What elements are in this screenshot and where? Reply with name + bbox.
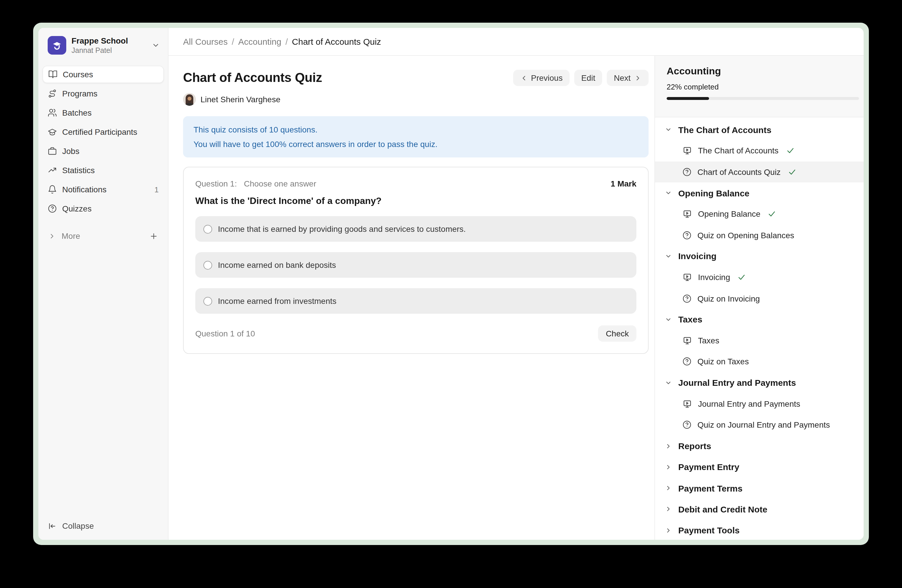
outline-section-invoicing[interactable]: Invoicing — [655, 246, 864, 267]
previous-button[interactable]: Previous — [513, 70, 570, 86]
outline-item-label: Chart of Accounts Quiz — [697, 167, 780, 176]
sidebar-item-certified-participants[interactable]: Certified Participants — [42, 124, 164, 141]
answer-option-label: Income earned on bank deposits — [218, 260, 336, 270]
outline-item-label: Taxes — [698, 336, 719, 345]
outline-item-label: Invoicing — [698, 272, 730, 282]
outline-section-title: Reports — [678, 441, 711, 451]
help-circle-icon — [682, 230, 692, 240]
outline-section-opening-balance[interactable]: Opening Balance — [655, 183, 864, 204]
banner-line-2: You will have to get 100% correct answer… — [194, 137, 638, 151]
answer-option-2[interactable]: Income earned on bank deposits — [195, 252, 636, 278]
chevron-right-icon — [665, 485, 672, 491]
workspace-info: Frappe School Jannat Patel — [72, 36, 128, 55]
outline-quiz-on-opening-balances[interactable]: Quiz on Opening Balances — [655, 225, 864, 246]
previous-button-label: Previous — [531, 73, 562, 83]
workspace-switcher[interactable]: Frappe School Jannat Patel — [38, 28, 168, 61]
outline-quiz-on-journal-entry-and-payments[interactable]: Quiz on Journal Entry and Payments — [655, 414, 864, 435]
main-column: All Courses / Accounting / Chart of Acco… — [169, 28, 864, 540]
briefcase-icon — [48, 147, 57, 156]
app-window: Frappe School Jannat Patel Courses — [33, 23, 869, 545]
outline-item-label: Quiz on Journal Entry and Payments — [697, 421, 830, 430]
check-icon — [786, 147, 794, 155]
outline-section-taxes[interactable]: Taxes — [655, 309, 864, 330]
radio-button[interactable] — [204, 297, 212, 305]
outline-section-debit-and-credit-note[interactable]: Debit and Credit Note — [655, 499, 864, 520]
question-label: Question 1: — [195, 179, 237, 188]
chevron-left-icon — [520, 74, 528, 81]
outline-section-journal-entry-and-payments[interactable]: Journal Entry and Payments — [655, 372, 864, 393]
outline-item-label: Quiz on Taxes — [697, 357, 749, 366]
left-sidebar: Frappe School Jannat Patel Courses — [38, 28, 169, 540]
outline-section-payment-entry[interactable]: Payment Entry — [655, 457, 864, 478]
outline-lesson-invoicing[interactable]: Invoicing — [655, 267, 864, 288]
answer-option-label: Income that is earned by providing goods… — [218, 224, 466, 234]
plus-icon[interactable] — [149, 232, 158, 241]
radio-button[interactable] — [204, 225, 212, 233]
outline-lesson-opening-balance[interactable]: Opening Balance — [655, 203, 864, 225]
question-text: What is the 'Direct Income' of a company… — [195, 196, 636, 206]
radio-button[interactable] — [204, 261, 212, 269]
outline-lesson-the-chart-of-accounts[interactable]: The Chart of Accounts — [655, 140, 864, 161]
help-circle-icon — [682, 421, 692, 430]
edit-button[interactable]: Edit — [574, 70, 602, 86]
outline-quiz-on-invoicing[interactable]: Quiz on Invoicing — [655, 288, 864, 309]
sidebar-item-label: Jobs — [62, 147, 79, 156]
edit-button-label: Edit — [581, 73, 595, 83]
breadcrumb: All Courses / Accounting / Chart of Acco… — [169, 28, 864, 56]
outline-section-title: The Chart of Accounts — [678, 125, 772, 134]
outline-section-chart-of-accounts[interactable]: The Chart of Accounts — [655, 119, 864, 140]
outline-item-label: The Chart of Accounts — [698, 146, 778, 155]
breadcrumb-accounting[interactable]: Accounting — [238, 37, 281, 47]
help-circle-icon — [682, 357, 692, 366]
chevron-down-icon — [665, 189, 672, 196]
sidebar-item-quizzes[interactable]: Quizzes — [42, 200, 164, 217]
outline-lesson-taxes[interactable]: Taxes — [655, 330, 864, 351]
sidebar-nav: Courses Programs Batches — [38, 61, 168, 219]
title-row: Chart of Accounts Quiz Previous Edit — [183, 70, 648, 86]
monitor-play-icon — [682, 399, 692, 409]
sidebar-collapse-label: Collapse — [62, 521, 94, 530]
workspace-name: Frappe School — [72, 36, 128, 45]
check-button[interactable]: Check — [598, 325, 636, 342]
next-button[interactable]: Next — [607, 70, 648, 86]
outline-section-title: Debit and Credit Note — [678, 504, 767, 514]
sidebar-item-batches[interactable]: Batches — [42, 104, 164, 122]
sidebar-more-label: More — [62, 231, 80, 241]
outline-section-title: Payment Entry — [678, 462, 739, 472]
question-marks: 1 Mark — [611, 179, 636, 188]
outline-section-reports[interactable]: Reports — [655, 435, 864, 457]
outline-section-payment-terms[interactable]: Payment Terms — [655, 478, 864, 499]
frappe-school-logo — [48, 36, 66, 55]
outline-quiz-chart-of-accounts-quiz[interactable]: Chart of Accounts Quiz — [655, 161, 864, 183]
quiz-info-banner: This quiz consists of 10 questions. You … — [183, 116, 648, 158]
sidebar-item-jobs[interactable]: Jobs — [42, 142, 164, 160]
sidebar-collapse-button[interactable]: Collapse — [38, 513, 168, 540]
chevron-right-icon — [665, 506, 672, 513]
chevron-right-icon — [665, 464, 672, 471]
sidebar-item-notifications[interactable]: Notifications 1 — [42, 181, 164, 199]
answer-option-3[interactable]: Income earned from investments — [195, 288, 636, 314]
users-icon — [48, 108, 57, 118]
notifications-count-badge: 1 — [155, 185, 159, 194]
banner-line-1: This quiz consists of 10 questions. — [194, 123, 638, 137]
breadcrumb-separator: / — [232, 37, 234, 47]
breadcrumb-all-courses[interactable]: All Courses — [183, 37, 227, 47]
sidebar-more-toggle[interactable]: More — [38, 227, 168, 245]
outline-lesson-journal-entry-and-payments[interactable]: Journal Entry and Payments — [655, 393, 864, 414]
sidebar-item-programs[interactable]: Programs — [42, 85, 164, 103]
sidebar-item-courses[interactable]: Courses — [42, 66, 164, 83]
question-card: Question 1: Choose one answer 1 Mark Wha… — [183, 167, 648, 354]
quiz-toolbar: Previous Edit Next — [513, 70, 648, 86]
help-circle-icon — [682, 167, 692, 176]
sidebar-item-label: Courses — [63, 70, 93, 79]
chevron-right-icon — [665, 527, 672, 534]
outline-quiz-on-taxes[interactable]: Quiz on Taxes — [655, 351, 864, 372]
course-progress-bar — [667, 97, 859, 100]
sidebar-item-statistics[interactable]: Statistics — [42, 162, 164, 179]
body-row: Chart of Accounts Quiz Previous Edit — [169, 56, 864, 540]
answer-option-1[interactable]: Income that is earned by providing goods… — [195, 216, 636, 242]
outline-section-title: Opening Balance — [678, 188, 749, 198]
question-footer: Question 1 of 10 Check — [195, 325, 636, 342]
outline-section-payment-tools[interactable]: Payment Tools — [655, 520, 864, 540]
question-pagination: Question 1 of 10 — [195, 329, 255, 338]
